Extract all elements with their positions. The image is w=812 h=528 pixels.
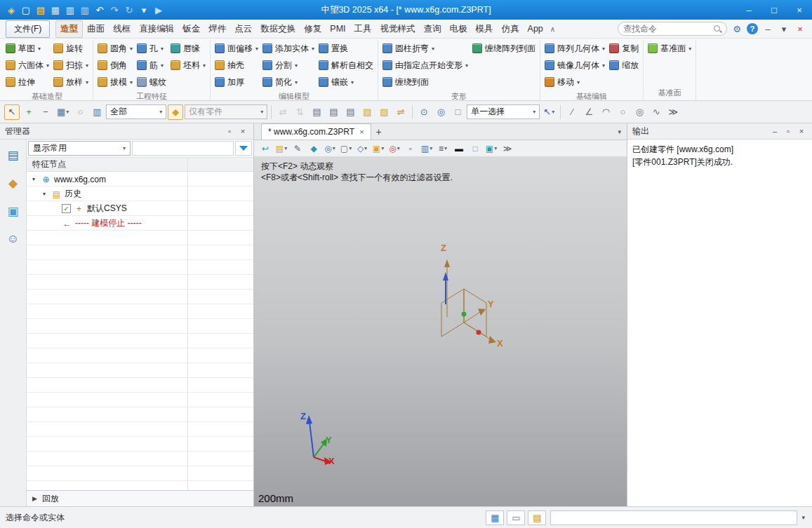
ribbon-button[interactable]: 基准面▾ xyxy=(646,40,693,57)
ribbon-button[interactable]: 六面体▾ xyxy=(4,57,51,74)
assistant-tab-icon[interactable]: ☺ xyxy=(5,231,22,248)
ribbon-button[interactable]: 解析自相交 xyxy=(317,57,375,74)
new-tab-button[interactable]: + xyxy=(371,124,387,140)
tree-row[interactable]: ←----- 建模停止 ----- xyxy=(27,216,253,231)
draw-arc-button[interactable]: ◠ xyxy=(598,104,613,120)
command-input[interactable] xyxy=(550,510,797,525)
manager-tab-icon[interactable]: ▤ xyxy=(5,147,22,163)
save-button[interactable]: ▦ xyxy=(48,2,62,18)
open-file-button[interactable]: ▤ xyxy=(34,2,48,18)
ribbon-minimize-icon[interactable]: – xyxy=(761,22,774,35)
polyhedron-display-button[interactable]: ◇▾ xyxy=(355,142,369,156)
shaded-display-button[interactable]: ▣▾ xyxy=(371,142,385,156)
scope-filter-select[interactable]: 仅有零件▾ xyxy=(185,104,267,119)
display-toggle-button[interactable]: ▭ xyxy=(507,510,525,525)
visual-tab-icon[interactable]: ▣ xyxy=(5,203,22,219)
wireframe-display-button[interactable]: ▢▾ xyxy=(339,142,353,156)
filter-funnel-button[interactable] xyxy=(235,141,252,156)
add-entity-button[interactable]: + xyxy=(21,104,36,120)
new-file-button[interactable]: ▢ xyxy=(19,2,33,18)
statusbar-expand-icon[interactable]: ▾ xyxy=(801,514,805,521)
ribbon-button[interactable]: 唇缘 xyxy=(168,40,208,57)
pick-cursor-button[interactable]: ↖▾ xyxy=(541,104,557,120)
menu-tab[interactable]: 焊件 xyxy=(204,20,230,38)
tab-close-icon[interactable]: × xyxy=(359,128,364,136)
ribbon-button[interactable]: 置换 xyxy=(317,40,375,57)
tree-filter-select[interactable]: 显示常用 ▾ xyxy=(28,141,131,156)
folder-new-button[interactable]: ▨ xyxy=(376,104,392,120)
detail-view-button[interactable]: ▤ xyxy=(326,104,341,120)
orbit-center-button[interactable]: ⊙ xyxy=(416,104,432,120)
regen-button[interactable]: ↻ xyxy=(122,2,136,18)
menu-tab[interactable]: 修复 xyxy=(300,20,326,38)
ribbon-button[interactable]: 放样▾ xyxy=(51,74,91,90)
command-search-input[interactable] xyxy=(623,24,710,34)
quick-access-dropdown-icon[interactable]: ▾ xyxy=(137,2,151,18)
document-tab[interactable]: * www.x6g.com.Z3PRT × xyxy=(261,123,371,140)
remove-entity-button[interactable]: − xyxy=(38,104,53,120)
align-horizontal-button[interactable]: ⇄ xyxy=(275,104,291,120)
ribbon-button[interactable]: 加厚 xyxy=(213,74,260,90)
ribbon-button[interactable]: 由指定点开始变形▾ xyxy=(380,57,470,74)
panel-pin-icon[interactable]: ▫ xyxy=(224,126,235,137)
face-display-button[interactable]: ◆ xyxy=(307,142,321,156)
menu-tab[interactable]: PMI xyxy=(326,21,350,36)
entity-filter-select[interactable]: 全部▾ xyxy=(106,104,166,119)
canvas-toolbar-overflow-button[interactable]: ≫ xyxy=(500,142,514,156)
draw-spline-button[interactable]: ∿ xyxy=(648,104,664,120)
model-canvas[interactable]: ↩▤▾✎◆◎▾▢▾◇▾▣▾◎▾▫▥▾≡▾▬□▣▾≫ 按下<F2> 动态观察 <F… xyxy=(254,140,627,506)
point-display-button[interactable]: ▫ xyxy=(404,142,418,156)
draw-polyline-button[interactable]: ∠ xyxy=(581,104,597,120)
replay-section[interactable]: ▶ 回放 xyxy=(27,490,253,506)
pick-target-button[interactable]: ◎ xyxy=(433,104,448,120)
draw-line-button[interactable]: ∕ xyxy=(564,104,580,120)
ribbon-button[interactable]: 镶嵌▾ xyxy=(317,74,375,90)
blank-filter-button[interactable]: □ xyxy=(450,104,465,120)
select-tool-button[interactable]: ↖ xyxy=(4,104,20,120)
tree-row[interactable]: ▾▤历史 xyxy=(27,187,253,201)
lasso-pick-button[interactable]: ○ xyxy=(72,104,88,120)
sort-view-button[interactable]: ▤ xyxy=(342,104,358,120)
ribbon-button[interactable]: 坯料▾ xyxy=(168,57,208,74)
file-menu-button[interactable]: 文件(F) xyxy=(6,20,50,38)
window-minimize-button[interactable]: – xyxy=(736,0,761,20)
interface-dropdown-icon[interactable]: ▾ xyxy=(778,22,790,35)
ribbon-button[interactable]: 面偏移▾ xyxy=(213,40,260,57)
expand-right-icon[interactable]: ▶ xyxy=(32,495,37,502)
window-restore-button[interactable]: □ xyxy=(761,0,787,20)
toolbar-overflow-button[interactable]: ≫ xyxy=(665,104,681,120)
print-button[interactable]: ▥ xyxy=(63,2,77,18)
display-stack-button[interactable]: ▣▾ xyxy=(484,142,498,156)
pick-list-button[interactable]: ▥ xyxy=(89,104,105,120)
ribbon-button[interactable]: 孔▾ xyxy=(135,40,168,57)
ribbon-button[interactable]: 筋▾ xyxy=(135,57,168,74)
ribbon-button[interactable]: 草图▾ xyxy=(4,40,51,57)
pick-mode-select[interactable]: 单一选择▾ xyxy=(467,104,540,119)
menu-tab[interactable]: 查询 xyxy=(420,20,446,38)
redo-button[interactable]: ↷ xyxy=(107,2,121,18)
help-icon[interactable]: ? xyxy=(747,23,758,34)
link-manager-button[interactable]: ⇌ xyxy=(393,104,408,120)
ribbon-button[interactable]: 抽壳 xyxy=(213,57,260,74)
app-logo-icon[interactable]: ◈ xyxy=(4,2,18,18)
panel-close-icon[interactable]: × xyxy=(796,126,807,137)
roles-tab-icon[interactable]: ◆ xyxy=(5,175,22,191)
cylinder-display-button[interactable]: ◎▾ xyxy=(323,142,337,156)
command-search-box[interactable] xyxy=(618,22,727,36)
list-view-button[interactable]: ▤ xyxy=(309,104,324,120)
section-view-button[interactable]: ▥▾ xyxy=(420,142,434,156)
resume-play-button[interactable]: ▶ xyxy=(152,2,166,18)
layer-display-button[interactable]: ≡▾ xyxy=(436,142,450,156)
menu-tab[interactable]: 电极 xyxy=(446,20,472,38)
menu-tab[interactable]: 模具 xyxy=(472,20,498,38)
line-width-button[interactable]: ▬ xyxy=(452,142,466,156)
ribbon-button[interactable]: 圆角▾ xyxy=(95,40,135,57)
ribbon-button[interactable]: 圆柱折弯▾ xyxy=(380,40,470,57)
ribbon-button[interactable]: 拉伸 xyxy=(4,74,51,90)
align-vertical-button[interactable]: ⇅ xyxy=(292,104,307,120)
ribbon-button[interactable]: 添加实体▾ xyxy=(260,40,317,57)
filter-toggle-button[interactable]: ▦ xyxy=(486,510,504,525)
window-close-button[interactable]: × xyxy=(787,0,812,20)
undo-button[interactable]: ↶ xyxy=(93,2,107,18)
ribbon-button[interactable]: 旋转 xyxy=(51,40,91,57)
